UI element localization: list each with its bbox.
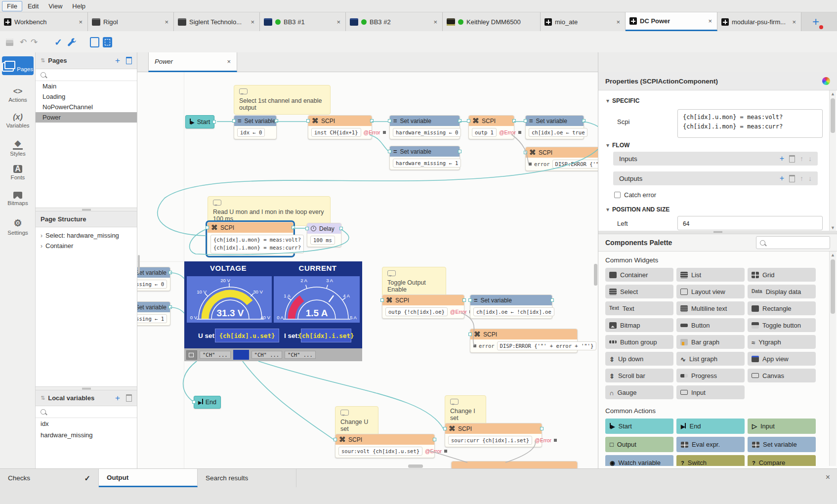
tab-siglent[interactable]: Siglent Technolo... ×: [174, 12, 260, 31]
variable-item-hardware-missing[interactable]: hardware_missing: [36, 429, 137, 441]
set-variable-node[interactable]: =Set variable ch[idx].oe ← !ch[idx].oe: [470, 294, 552, 319]
catch-error-checkbox[interactable]: [614, 192, 621, 198]
close-icon[interactable]: ×: [615, 18, 621, 26]
redo-button[interactable]: ↷: [31, 35, 38, 49]
variables-search-input[interactable]: [36, 406, 137, 418]
widget-bar-graph[interactable]: Bar graph: [676, 335, 745, 349]
close-icon[interactable]: ×: [432, 18, 438, 26]
menu-file[interactable]: File: [2, 1, 22, 11]
widget-list-graph[interactable]: ∿List graph: [676, 352, 745, 366]
scroll-up-icon[interactable]: ▲: [830, 90, 836, 97]
action-set-variable[interactable]: Set variable: [748, 437, 816, 452]
scpi-node[interactable]: ⌘SCPI error DISP:ERROR {'"' + error + '"…: [470, 329, 578, 353]
add-input-button[interactable]: +: [780, 154, 784, 163]
set-variable-node[interactable]: =Set variable ch[idx].oe ← true: [525, 115, 584, 139]
widget-button[interactable]: Button: [676, 318, 745, 332]
sidebar-item-fonts[interactable]: A Fonts: [1, 165, 34, 180]
scroll-up-icon[interactable]: ▲: [830, 252, 836, 258]
widget-app-view[interactable]: App view: [748, 352, 816, 366]
widget-input[interactable]: Input: [676, 385, 745, 399]
move-down-button[interactable]: ↓: [808, 155, 812, 163]
add-tab-button[interactable]: +: [808, 12, 823, 31]
action-end[interactable]: ▶End: [676, 419, 745, 434]
channel-item-selected[interactable]: [233, 350, 249, 360]
add-page-button[interactable]: +: [115, 56, 120, 66]
tree-item-container[interactable]: ›Container: [36, 241, 137, 251]
tab-dc-power[interactable]: DC Power ×: [626, 12, 717, 31]
end-node[interactable]: ▶ End: [194, 396, 221, 409]
output-port[interactable]: [339, 227, 343, 230]
channel-item[interactable]: "CH" ...: [251, 351, 283, 359]
sidebar-item-settings[interactable]: ⚙ Settings: [1, 217, 34, 236]
error-port[interactable]: [554, 439, 557, 442]
set-variable-node[interactable]: =Set variable hardware_missing ← 1: [389, 146, 460, 170]
palette-search-input[interactable]: [756, 236, 830, 249]
close-icon[interactable]: ×: [227, 58, 231, 65]
scpi-node[interactable]: ⌘SCPI sour:volt {ch[idx].u.set} @Error: [335, 434, 435, 458]
output-port[interactable]: [540, 427, 544, 430]
error-input-port[interactable]: [473, 344, 476, 347]
output-port[interactable]: [292, 226, 295, 229]
widget-up-down[interactable]: ⇕Up down: [605, 352, 673, 366]
input-port[interactable]: [467, 119, 470, 123]
sort-icon[interactable]: ⇅: [41, 57, 45, 64]
canvas-vertical-scrollbar[interactable]: [594, 264, 597, 286]
flow-canvas[interactable]: Select 1st channel and enable output Rea…: [137, 72, 598, 468]
add-variable-button[interactable]: +: [115, 393, 120, 403]
channel-item[interactable]: "CH" ...: [200, 351, 231, 359]
input-port[interactable]: [468, 333, 472, 336]
widget-gauge[interactable]: ∩Gauge: [605, 385, 673, 399]
tab-bb3-1[interactable]: BB3 #1 ×: [260, 12, 346, 31]
delete-output-button[interactable]: [789, 175, 795, 182]
output-port[interactable]: [168, 271, 172, 274]
section-flow[interactable]: ▾FLOW: [606, 142, 629, 149]
widget-grid[interactable]: Grid: [748, 268, 816, 282]
start-node[interactable]: ▶ Start: [185, 115, 214, 128]
bottom-tab-checks[interactable]: Checks ✓: [0, 469, 99, 487]
scpi-node[interactable]: ⌘SCPI outp 1 @Error: [468, 115, 514, 139]
bottom-tab-output[interactable]: Output: [99, 469, 198, 487]
properties-scrollbar[interactable]: ▲ ▼: [829, 90, 836, 231]
current-gauge[interactable]: 0 A 1 A 2 A 3 A 4 A 5 A 1.5 A: [274, 276, 360, 323]
action-watch-variable[interactable]: ◉Watch variable: [605, 455, 673, 466]
error-port[interactable]: [518, 131, 521, 134]
delay-node[interactable]: Delay 100 ms: [307, 223, 341, 247]
select-flow-view-button[interactable]: [103, 35, 112, 49]
widget-canvas[interactable]: Canvas: [748, 369, 816, 382]
menu-edit[interactable]: Edit: [23, 1, 43, 11]
widget-layout-view[interactable]: Layout view: [676, 285, 745, 298]
set-variable-node-clipped[interactable]: Set variable ssing ← 1: [137, 301, 170, 326]
input-port[interactable]: [305, 227, 309, 230]
input-port[interactable]: [388, 119, 391, 123]
widget-select[interactable]: Select: [605, 285, 673, 298]
action-switch[interactable]: ?Switch: [676, 455, 745, 466]
output-port[interactable]: [458, 119, 461, 123]
tab-modular-psu[interactable]: modular-psu-firm... ×: [717, 12, 801, 31]
build-button[interactable]: [67, 35, 77, 49]
output-port[interactable]: [458, 150, 461, 153]
move-up-button[interactable]: ↑: [800, 174, 803, 182]
set-variable-node-clipped[interactable]: Set variable ssing ← 0: [137, 267, 170, 291]
add-output-button[interactable]: +: [780, 174, 784, 183]
sidebar-item-pages[interactable]: Pages: [2, 56, 34, 75]
error-port[interactable]: [383, 131, 386, 134]
menu-view[interactable]: View: [44, 1, 67, 11]
undo-button[interactable]: ↶: [20, 35, 27, 49]
delete-page-button[interactable]: [126, 57, 132, 64]
scpi-node[interactable]: ⌘SCPI inst CH{idx+1} @Error: [308, 115, 372, 139]
widget-list[interactable]: List: [676, 268, 745, 282]
action-output[interactable]: □Output: [605, 437, 673, 452]
comment-node[interactable]: Select 1st channel and enable output: [234, 85, 331, 115]
input-port[interactable]: [524, 151, 527, 154]
output-port[interactable]: [550, 298, 554, 302]
panel-splitter[interactable]: [598, 231, 837, 234]
scroll-down-icon[interactable]: ▼: [830, 224, 836, 231]
comment-node[interactable]: Read U mon and I mon in the loop every 1…: [208, 196, 331, 226]
page-item-nopowerchannel[interactable]: NoPowerChannel: [36, 102, 137, 112]
page-item-power[interactable]: Power: [36, 112, 137, 123]
scpi-node-selected[interactable]: ⌘SCPI {ch[idx].u.mon} = meas:volt?{ch[id…: [207, 222, 293, 256]
output-port[interactable]: [462, 298, 466, 302]
check-project-button[interactable]: ✓: [54, 35, 62, 49]
voltage-gauge[interactable]: 0 V 10 V 20 V 30 V 40 V 31.3 V: [187, 276, 272, 323]
page-item-loading[interactable]: Loading: [36, 91, 137, 102]
